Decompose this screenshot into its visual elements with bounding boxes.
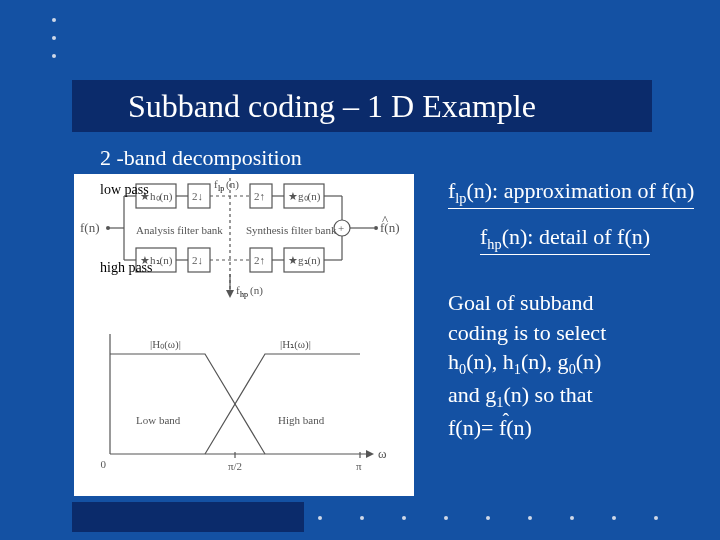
svg-text:h₀(n): h₀(n) <box>150 190 173 203</box>
svg-text:(n): (n) <box>250 284 263 297</box>
svg-text:lp: lp <box>218 184 224 193</box>
dot <box>402 516 406 520</box>
svg-text:2↑: 2↑ <box>254 190 265 202</box>
svg-text:+: + <box>338 222 344 234</box>
svg-text:★: ★ <box>288 254 298 266</box>
svg-text:hp: hp <box>240 290 248 299</box>
svg-text:π/2: π/2 <box>228 460 242 472</box>
fhp-definition: fhp(n): detail of f(n) <box>480 224 650 255</box>
dot <box>612 516 616 520</box>
svg-text:0: 0 <box>101 458 107 470</box>
decoration-dots-bottom <box>318 516 658 520</box>
dot <box>654 516 658 520</box>
goal-text: Goal of subband coding is to select h0(n… <box>448 288 698 442</box>
dot <box>570 516 574 520</box>
flp-definition: flp(n): approximation of f(n) <box>448 178 694 209</box>
svg-marker-54 <box>366 450 374 458</box>
label-highpass: high pass <box>100 260 153 276</box>
svg-text:High band: High band <box>278 414 325 426</box>
decoration-dots-left <box>52 18 56 72</box>
svg-text:Analysis filter bank: Analysis filter bank <box>136 224 223 236</box>
svg-text:(n): (n) <box>226 178 239 191</box>
dot <box>528 516 532 520</box>
svg-text:2↓: 2↓ <box>192 254 203 266</box>
svg-text:f(n): f(n) <box>380 220 400 235</box>
dot <box>52 36 56 40</box>
dot <box>360 516 364 520</box>
svg-point-41 <box>374 226 378 230</box>
svg-text:2↑: 2↑ <box>254 254 265 266</box>
svg-text:Low band: Low band <box>136 414 181 426</box>
dot <box>318 516 322 520</box>
svg-text:h₁(n): h₁(n) <box>150 254 173 267</box>
svg-text:★: ★ <box>288 190 298 202</box>
dot <box>486 516 490 520</box>
diagram-panel: f(n) ★ h₀(n) 2↓ flp(n) 2↑ ★ g₀(n) ★ h₁(n… <box>74 174 414 496</box>
dot <box>52 18 56 22</box>
svg-text:2↓: 2↓ <box>192 190 203 202</box>
svg-text:Synthesis filter bank: Synthesis filter bank <box>246 224 337 236</box>
svg-marker-46 <box>226 290 234 298</box>
svg-text:|H₀(ω)|: |H₀(ω)| <box>150 338 181 351</box>
label-lowpass: low pass <box>100 182 149 198</box>
slide-title: Subband coding – 1 D Example <box>128 88 536 125</box>
slide-subtitle: 2 -band decomposition <box>100 145 302 171</box>
svg-text:g₀(n): g₀(n) <box>298 190 321 203</box>
footer-bar <box>72 502 304 532</box>
svg-text:|H₁(ω)|: |H₁(ω)| <box>280 338 311 351</box>
filter-bank-diagram: f(n) ★ h₀(n) 2↓ flp(n) 2↑ ★ g₀(n) ★ h₁(n… <box>74 174 414 496</box>
svg-text:ω: ω <box>378 446 387 461</box>
dot <box>52 54 56 58</box>
dot <box>444 516 448 520</box>
diagram-fn-in: f(n) <box>80 220 100 235</box>
svg-text:g₁(n): g₁(n) <box>298 254 321 267</box>
svg-text:π: π <box>356 460 362 472</box>
